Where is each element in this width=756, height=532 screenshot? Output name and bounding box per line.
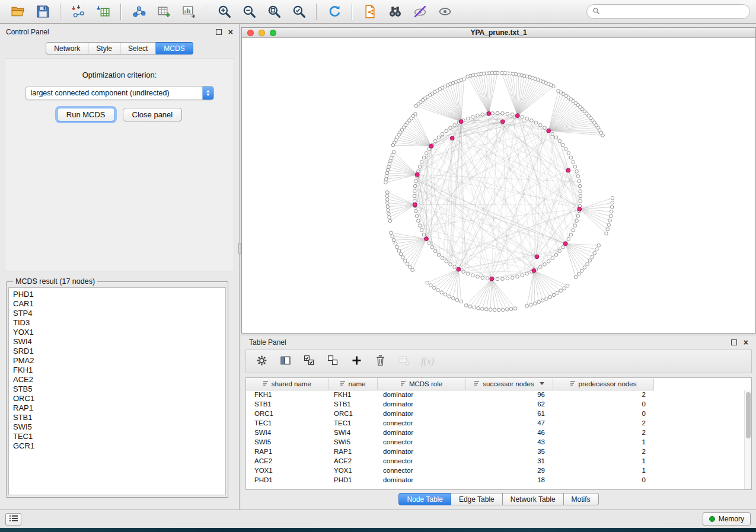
network-node[interactable]: [413, 200, 416, 203]
network-node[interactable]: [558, 249, 562, 253]
function-builder-button[interactable]: f(x): [420, 352, 435, 370]
network-node[interactable]: [573, 224, 577, 227]
network-node[interactable]: [610, 210, 613, 213]
network-node[interactable]: [411, 268, 414, 272]
network-node[interactable]: [385, 171, 389, 175]
close-panel-icon[interactable]: ×: [228, 28, 233, 36]
network-node[interactable]: [539, 123, 543, 127]
zoom-selected-button[interactable]: [287, 2, 311, 22]
network-node[interactable]: [554, 136, 558, 139]
network-canvas[interactable]: [242, 38, 755, 333]
network-node[interactable]: [437, 136, 441, 139]
network-node[interactable]: [541, 299, 544, 302]
network-node[interactable]: [413, 190, 416, 193]
mcds-result-item[interactable]: TID3: [13, 318, 221, 328]
network-node[interactable]: [611, 201, 614, 204]
network-node[interactable]: [597, 243, 601, 247]
network-node[interactable]: [505, 308, 509, 312]
mcds-result-item[interactable]: YOX1: [13, 328, 221, 337]
network-node[interactable]: [433, 139, 437, 143]
network-node[interactable]: [468, 305, 472, 309]
network-node[interactable]: [579, 194, 582, 198]
network-node[interactable]: [578, 184, 582, 188]
mcds-result-item[interactable]: PHD1: [13, 290, 221, 299]
show-graphics-details-button[interactable]: [433, 2, 457, 22]
network-node[interactable]: [477, 306, 480, 310]
save-session-button[interactable]: [31, 2, 55, 22]
table-row[interactable]: PHD1PHD1dominator180: [246, 475, 653, 485]
network-node[interactable]: [414, 180, 417, 183]
network-node[interactable]: [608, 219, 612, 222]
table-tab-edge-table[interactable]: Edge Table: [451, 493, 503, 505]
network-node[interactable]: [449, 126, 452, 130]
sort-dropdown-icon[interactable]: [540, 382, 544, 385]
network-node[interactable]: [573, 165, 577, 169]
network-node[interactable]: [385, 198, 389, 201]
network-node[interactable]: [414, 104, 418, 108]
network-node[interactable]: [525, 117, 529, 120]
network-node[interactable]: [388, 219, 392, 223]
network-node[interactable]: [559, 289, 563, 293]
table-row[interactable]: SWI4SWI4dominator462: [246, 428, 653, 437]
network-node[interactable]: [471, 116, 475, 119]
network-node[interactable]: [399, 252, 403, 256]
network-node[interactable]: [428, 242, 431, 245]
network-node[interactable]: [605, 232, 608, 235]
network-node[interactable]: [500, 71, 503, 75]
network-node[interactable]: [578, 180, 581, 183]
network-node[interactable]: [386, 201, 390, 205]
network-node[interactable]: [422, 156, 426, 159]
network-window-titlebar[interactable]: YPA_prune.txt_1: [242, 28, 755, 38]
run-mcds-button[interactable]: Run MCDS: [57, 108, 115, 121]
panel-selector-button[interactable]: [5, 513, 21, 525]
network-node[interactable]: [511, 276, 514, 280]
network-node[interactable]: [554, 253, 558, 257]
memory-button[interactable]: Memory: [703, 512, 751, 525]
create-column-button[interactable]: [349, 352, 363, 370]
network-node[interactable]: [437, 253, 441, 257]
network-node[interactable]: [501, 308, 505, 312]
mcds-result-item[interactable]: ORC1: [13, 394, 221, 403]
table-scrollbar-thumb[interactable]: [746, 392, 751, 438]
network-node[interactable]: [543, 262, 547, 266]
mcds-hub-node[interactable]: [515, 114, 519, 118]
table-row[interactable]: YOX1YOX1connector291: [246, 466, 653, 475]
network-node[interactable]: [489, 308, 492, 312]
column-header-predecessor-nodes[interactable]: predecessor nodes: [553, 378, 653, 390]
network-node[interactable]: [551, 257, 554, 260]
network-node[interactable]: [548, 295, 552, 299]
network-node[interactable]: [537, 300, 541, 304]
open-session-button[interactable]: [6, 2, 30, 22]
column-header-name[interactable]: name: [328, 378, 377, 390]
network-node[interactable]: [420, 229, 424, 232]
network-node[interactable]: [579, 200, 582, 203]
network-node[interactable]: [572, 229, 575, 232]
zoom-window-button[interactable]: [270, 30, 276, 36]
network-node[interactable]: [593, 251, 596, 255]
network-node[interactable]: [564, 148, 567, 151]
network-node[interactable]: [572, 161, 575, 164]
network-node[interactable]: [516, 275, 519, 278]
network-node[interactable]: [409, 265, 412, 269]
network-node[interactable]: [486, 277, 489, 280]
table-row[interactable]: STB1STB1dominator620: [246, 399, 653, 409]
network-node[interactable]: [444, 293, 447, 296]
close-window-button[interactable]: [247, 30, 254, 36]
network-node[interactable]: [445, 129, 448, 133]
network-node[interactable]: [464, 304, 468, 307]
network-node[interactable]: [501, 111, 505, 115]
network-node[interactable]: [418, 224, 422, 227]
network-node[interactable]: [467, 117, 470, 120]
network-node[interactable]: [394, 242, 397, 245]
network-node[interactable]: [404, 259, 407, 262]
network-node[interactable]: [473, 306, 476, 309]
mcds-result-item[interactable]: RAP1: [13, 403, 221, 413]
network-node[interactable]: [586, 262, 589, 266]
mcds-hub-node[interactable]: [535, 255, 539, 259]
network-node[interactable]: [606, 227, 610, 231]
network-node[interactable]: [576, 214, 580, 218]
mcds-hub-node[interactable]: [425, 237, 429, 241]
network-node[interactable]: [533, 302, 537, 306]
network-node[interactable]: [387, 212, 391, 216]
network-node[interactable]: [521, 274, 524, 277]
